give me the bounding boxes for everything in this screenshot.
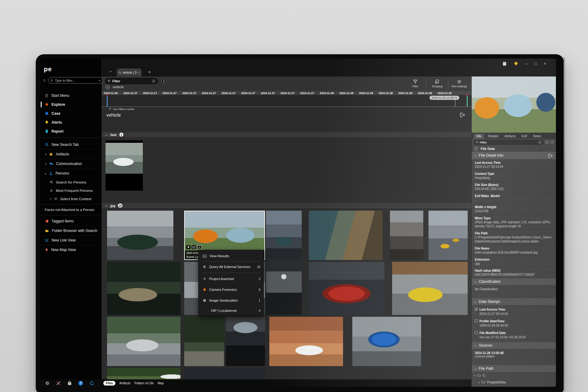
favorites-star-icon[interactable]: ☆ [43,78,46,83]
sidebar-item-communication[interactable]: Communication [40,159,101,168]
details-filter-box[interactable] [474,140,544,145]
minimize-button[interactable]: – [525,62,528,66]
thumbnail-bare-trees-car[interactable] [390,211,423,260]
view-tab-map[interactable]: Map [158,382,164,385]
tab-list-chevron-icon[interactable] [110,70,112,72]
timeline-marker-end[interactable] [467,96,468,106]
clear-filter-circle-icon[interactable] [152,79,155,83]
menu-item-image-geolocation[interactable]: Image Geolocation 1 [199,297,264,304]
sidebar-item-case[interactable]: Case [40,109,101,118]
grouping-button[interactable]: Grouping [427,79,447,88]
view-tab-artifacts[interactable]: Artifacts [119,382,130,385]
sidebar-item-search-for-persons[interactable]: Search for Persons [40,178,101,186]
checkbox-unchecked[interactable] [475,331,478,334]
export-icon[interactable] [548,153,553,158]
thumbnail-silver-sports-car[interactable] [107,317,180,366]
sidebar-item-new-link-view[interactable]: New Link View [40,235,101,245]
thumbnail-yellow-porsche[interactable] [392,262,468,315]
tree-node-drive[interactable]: C: [472,372,556,379]
filter-button[interactable]: Filter [405,79,425,88]
sidebar-item-new-search-tab[interactable]: New Search Tab [40,140,101,149]
tab-notes[interactable]: Notes [530,134,544,139]
date-stamps-header[interactable]: Date Stamps [472,298,556,305]
search-term-chip[interactable]: vehicle [113,85,124,89]
thumbnail-red-classic-car[interactable] [309,262,384,315]
file-data-circle-icon[interactable]: ≡ [474,147,478,151]
thumbnail-white-suv-heic[interactable] [106,140,143,191]
sidebar-item-tagged-items[interactable]: Tagged Items [40,217,101,226]
section-header-heic[interactable]: .heic 1 [102,132,471,137]
next-match-circle-icon[interactable] [550,140,554,144]
sidebar-filter-box[interactable]: × [48,77,103,84]
details-filter-input[interactable] [480,141,537,144]
sidebar-item-persons[interactable]: Persons [40,168,101,178]
checkbox-unchecked[interactable] [475,320,478,322]
sidebar-item-start-menu[interactable]: Start Menu [40,91,101,100]
thumbnail-green-classic-car[interactable] [107,211,173,260]
help-icon[interactable]: ? [78,381,83,386]
view-tab-files[interactable]: Files [103,381,115,386]
timeline-strip[interactable]: 2024-11-28 12:38:34 [102,95,471,107]
sidebar-filter-input[interactable] [55,79,97,82]
checkbox-checked[interactable] [475,308,478,311]
clipboard-icon[interactable] [503,61,507,66]
settings-gear-icon[interactable] [45,381,50,386]
thumbnail-city-street-truck[interactable] [266,211,302,260]
file-detail-info-header[interactable]: File Detail Info [472,152,556,159]
sidebar-item-new-map-view[interactable]: New Map View [40,245,101,254]
file-path-header[interactable]: File Path [472,365,556,372]
date-stamp-row[interactable]: Profile Date/Time1998-02-09 06:49:00 [475,319,553,328]
detection-card-badge-icon[interactable] [192,245,196,249]
sidebar-item-alerts[interactable]: Alerts [40,118,101,127]
thumbnail-blue-car-motion[interactable] [352,317,421,366]
filter-input[interactable] [112,79,150,83]
lightbulb-icon[interactable] [513,61,519,66]
date-stamp-row[interactable]: Last Access Time2024-11-27 00:14:34 [475,307,553,316]
new-tab-button[interactable]: + [148,69,151,74]
thumbnail-forest-suv[interactable] [107,262,180,315]
menu-item-project-arachnid[interactable]: Project Arachnid 3 [199,275,264,282]
tab-vehicle[interactable]: vehicle | 20 × [117,68,142,76]
timeline-marker-start[interactable] [107,96,108,106]
menu-item-oip-localserver[interactable]: OiP | Localserver 4 [199,307,264,314]
thumbnail-yellow-taxis[interactable] [429,211,468,260]
view-tab-pattern-of-life[interactable]: Pattern of Life [135,382,154,385]
menu-item-camera-forensics[interactable]: Camera Forensics 8 [199,286,264,293]
thumbnail-vintage-truck[interactable] [309,211,383,260]
sidebar-item-select-from-context[interactable]: Select from Context [40,195,101,203]
prev-match-circle-icon[interactable] [545,140,549,144]
classification-header[interactable]: Classification [472,278,556,285]
menu-item-query-all-external[interactable]: Query All External Services 16 [199,263,264,270]
maximize-button[interactable]: □ [535,62,537,66]
tab-related[interactable]: Related [485,134,501,139]
tree-node-programdata[interactable]: ProgramData [472,379,556,386]
preview-image-vw-buses[interactable] [472,76,556,133]
sync-icon[interactable] [89,381,94,386]
sidebar-item-report[interactable]: Report [40,127,101,136]
date-stamp-row[interactable]: File Modified Dateons nov 27 01:14:34 +0… [475,331,553,339]
tab-artifacts[interactable]: Artifacts [502,134,518,139]
thumbnail-car-interior[interactable] [226,317,265,366]
menu-item-view-results[interactable]: View Results [199,253,264,259]
thumbnail-forest-road[interactable] [184,317,224,366]
geo-pin-badge-icon[interactable] [186,245,191,249]
tab-info[interactable]: Info [474,134,484,139]
sidebar-item-folder-browser[interactable]: Folder Browser with Search [40,226,101,235]
tab-exif[interactable]: Exif [519,134,530,139]
store-icon[interactable] [67,381,72,386]
thumbnail-desert-suv[interactable] [269,317,343,366]
tools-icon[interactable] [56,381,61,386]
sidebar-item-artifacts[interactable]: Artifacts [40,149,101,159]
export-icon[interactable] [460,112,465,118]
thumbnail-mercedes-grille[interactable] [266,262,302,315]
query-arrows-badge-icon[interactable] [197,245,202,249]
clear-filter-circle-icon[interactable] [538,141,541,144]
filter-input-box[interactable] [105,78,158,84]
section-header-jpg[interactable]: .jpg 19 [102,203,471,208]
view-settings-button[interactable]: View Settings [449,80,469,88]
clear-filter-icon[interactable]: × [99,79,101,82]
query-menu-circle-icon[interactable]: ≡ [106,85,110,89]
close-button[interactable]: × [544,62,546,66]
sources-header[interactable]: Sources [472,342,556,349]
tab-close-icon[interactable]: × [138,71,140,74]
